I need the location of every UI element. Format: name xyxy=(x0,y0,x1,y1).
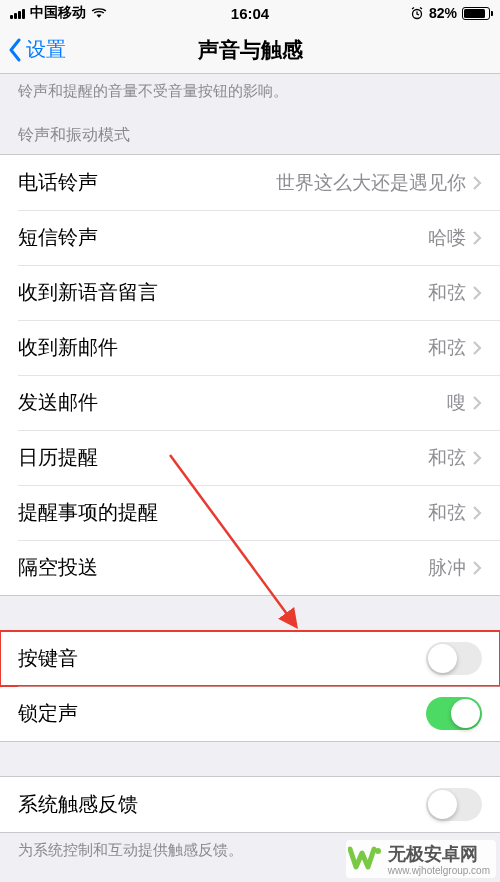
row-value: 和弦 xyxy=(428,335,466,361)
status-bar: 中国移动 16:04 82% xyxy=(0,0,500,26)
status-bar-right: 82% xyxy=(410,5,490,21)
toggle-row: 按键音 xyxy=(0,631,500,686)
row-label: 提醒事项的提醒 xyxy=(18,499,158,526)
watermark-title: 无极安卓网 xyxy=(388,844,478,864)
signal-icon xyxy=(10,7,25,19)
chevron-left-icon xyxy=(8,38,22,62)
row-value: 和弦 xyxy=(428,445,466,471)
toggle-switch[interactable] xyxy=(426,788,482,821)
chevron-right-icon xyxy=(472,560,482,576)
row-value: 脉冲 xyxy=(428,555,466,581)
svg-point-1 xyxy=(375,848,381,854)
chevron-right-icon xyxy=(472,175,482,191)
row-label: 发送邮件 xyxy=(18,389,98,416)
page-title: 声音与触感 xyxy=(198,36,303,64)
sound-row[interactable]: 隔空投送脉冲 xyxy=(0,540,500,595)
chevron-right-icon xyxy=(472,450,482,466)
row-value: 嗖 xyxy=(447,390,466,416)
section-gap xyxy=(0,596,500,630)
row-value: 和弦 xyxy=(428,280,466,306)
haptic-row: 系统触感反馈 xyxy=(0,777,500,832)
chevron-right-icon xyxy=(472,285,482,301)
section-footer-volume: 铃声和提醒的音量不受音量按钮的影响。 xyxy=(0,74,500,107)
section-header-ring-vibrate: 铃声和振动模式 xyxy=(0,107,500,154)
carrier-label: 中国移动 xyxy=(30,4,86,22)
alarm-icon xyxy=(410,6,424,20)
sound-row[interactable]: 日历提醒和弦 xyxy=(0,430,500,485)
row-label: 收到新语音留言 xyxy=(18,279,158,306)
sound-row[interactable]: 提醒事项的提醒和弦 xyxy=(0,485,500,540)
watermark-url: www.wjhotelgroup.com xyxy=(388,866,490,876)
wifi-icon xyxy=(91,7,107,19)
back-label: 设置 xyxy=(26,36,66,63)
chevron-right-icon xyxy=(472,505,482,521)
sound-row[interactable]: 发送邮件嗖 xyxy=(0,375,500,430)
row-label: 系统触感反馈 xyxy=(18,791,138,818)
clock-label: 16:04 xyxy=(231,5,269,22)
row-label: 短信铃声 xyxy=(18,224,98,251)
status-bar-left: 中国移动 xyxy=(10,4,107,22)
chevron-right-icon xyxy=(472,340,482,356)
sound-row[interactable]: 电话铃声世界这么大还是遇见你 xyxy=(0,155,500,210)
toggle-switch[interactable] xyxy=(426,642,482,675)
watermark-logo-icon xyxy=(348,845,384,873)
row-label: 电话铃声 xyxy=(18,169,98,196)
row-label: 锁定声 xyxy=(18,700,78,727)
sound-list: 电话铃声世界这么大还是遇见你短信铃声哈喽收到新语音留言和弦收到新邮件和弦发送邮件… xyxy=(0,154,500,596)
battery-pct-label: 82% xyxy=(429,5,457,21)
sound-row[interactable]: 短信铃声哈喽 xyxy=(0,210,500,265)
sound-row[interactable]: 收到新语音留言和弦 xyxy=(0,265,500,320)
watermark: 无极安卓网 www.wjhotelgroup.com xyxy=(346,840,496,878)
toggle-row: 锁定声 xyxy=(0,686,500,741)
toggle-list: 按键音锁定声 xyxy=(0,630,500,742)
haptic-list: 系统触感反馈 xyxy=(0,776,500,833)
row-label: 隔空投送 xyxy=(18,554,98,581)
back-button[interactable]: 设置 xyxy=(8,26,66,73)
row-label: 日历提醒 xyxy=(18,444,98,471)
nav-bar: 设置 声音与触感 xyxy=(0,26,500,74)
toggle-switch[interactable] xyxy=(426,697,482,730)
sound-row[interactable]: 收到新邮件和弦 xyxy=(0,320,500,375)
chevron-right-icon xyxy=(472,395,482,411)
section-gap xyxy=(0,742,500,776)
row-value: 和弦 xyxy=(428,500,466,526)
battery-icon xyxy=(462,7,490,20)
row-value: 世界这么大还是遇见你 xyxy=(276,170,466,196)
row-value: 哈喽 xyxy=(428,225,466,251)
row-label: 收到新邮件 xyxy=(18,334,118,361)
row-label: 按键音 xyxy=(18,645,78,672)
chevron-right-icon xyxy=(472,230,482,246)
